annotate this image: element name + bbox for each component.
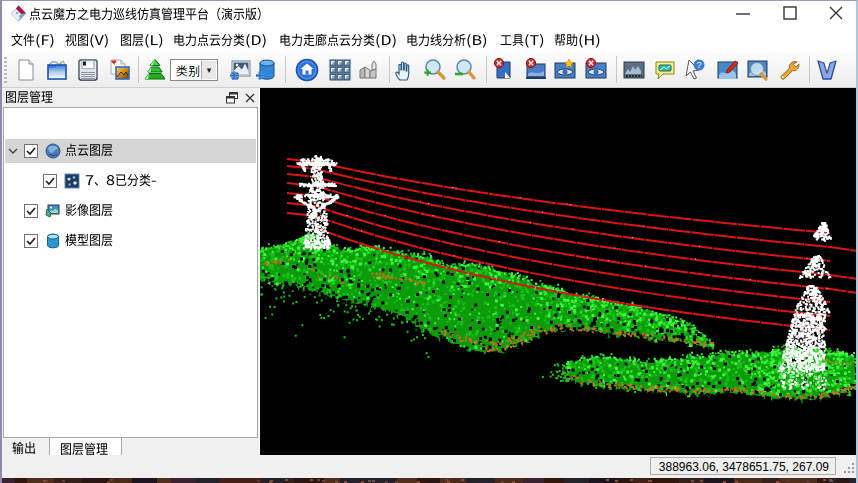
svg-text:?: ? [696, 60, 701, 70]
